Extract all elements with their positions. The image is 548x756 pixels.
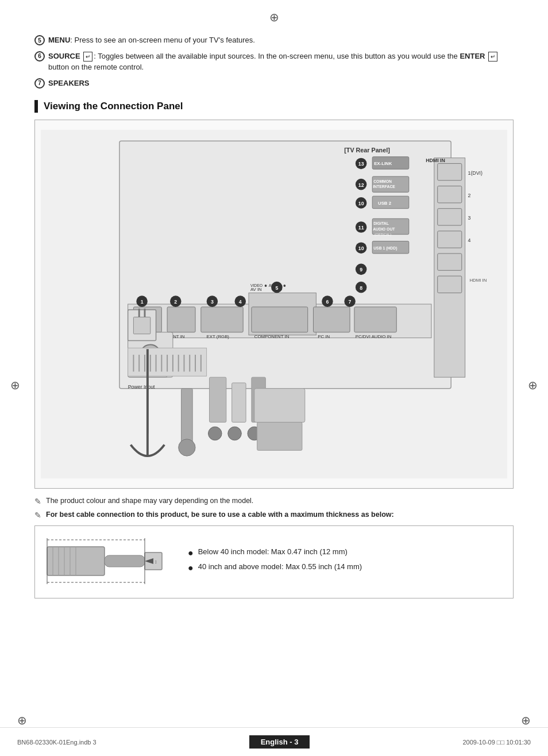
bullet-text-5: MENU: Press to see an on-screen menu of … bbox=[48, 34, 514, 46]
svg-text:USB 2: USB 2 bbox=[378, 201, 392, 206]
crosshair-bottom-right-icon: ⊕ bbox=[521, 713, 531, 727]
svg-point-95 bbox=[228, 427, 241, 440]
cable-specs-list: ● Below 40 inch model: Max 0.47 inch (12… bbox=[188, 547, 504, 576]
bullet-num-7: 7 bbox=[34, 78, 45, 89]
svg-text:Power Input: Power Input bbox=[128, 384, 155, 390]
cable-spec-item-1: ● Below 40 inch model: Max 0.47 inch (12… bbox=[188, 547, 504, 558]
svg-text:EXT (RGB): EXT (RGB) bbox=[207, 334, 230, 339]
svg-text:6: 6 bbox=[326, 299, 329, 305]
tv-diagram-svg: [TV Rear Panel] 1(DVI) 2 3 4 HDMI IN EX-… bbox=[41, 126, 507, 482]
bullet-dot-2: ● bbox=[188, 562, 194, 573]
svg-rect-107 bbox=[133, 317, 150, 334]
source-label: SOURCE bbox=[48, 52, 80, 60]
crosshair-right-icon: ⊕ bbox=[528, 378, 538, 392]
svg-rect-99 bbox=[254, 389, 305, 423]
footer-center-wrap: English - 3 bbox=[249, 735, 310, 749]
cable-spec-text-1: Below 40 inch model: Max 0.47 inch (12 m… bbox=[198, 547, 348, 556]
svg-text:2: 2 bbox=[468, 193, 471, 198]
cable-spec-item-2: ● 40 inch and above model: Max 0.55 inch… bbox=[188, 562, 504, 573]
svg-rect-45 bbox=[167, 307, 195, 332]
svg-rect-56 bbox=[354, 307, 396, 332]
svg-text:12: 12 bbox=[358, 182, 364, 188]
bullet-dot-1: ● bbox=[188, 547, 194, 558]
svg-point-94 bbox=[209, 427, 222, 440]
enter-icon-inline: ↵ bbox=[488, 52, 497, 62]
footer-left: BN68-02330K-01Eng.indb 3 bbox=[17, 739, 97, 746]
svg-text:4: 4 bbox=[239, 299, 242, 305]
note-text-2: For best cable connection to this produc… bbox=[46, 511, 394, 519]
crosshair-left-icon: ⊕ bbox=[10, 378, 20, 392]
section-bar bbox=[34, 100, 38, 113]
svg-text:1: 1 bbox=[141, 299, 144, 305]
svg-text:5: 5 bbox=[275, 285, 278, 291]
svg-text:10: 10 bbox=[358, 245, 364, 251]
svg-rect-5 bbox=[438, 186, 462, 203]
svg-rect-103 bbox=[182, 389, 193, 445]
note-text-1: The product colour and shape may vary de… bbox=[46, 497, 253, 505]
svg-text:13: 13 bbox=[358, 161, 364, 167]
source-icon-inline: ↵ bbox=[83, 52, 92, 62]
svg-text:DIGITAL: DIGITAL bbox=[373, 221, 389, 225]
page-content: 5 MENU: Press to see an on-screen menu o… bbox=[0, 0, 548, 621]
bullet-item-7: 7 SPEAKERS bbox=[34, 78, 514, 89]
footer-right: 2009-10-09 □□ 10:01:30 bbox=[462, 739, 531, 746]
menu-label: MENU bbox=[48, 36, 70, 44]
svg-text:[TV Rear Panel]: [TV Rear Panel] bbox=[344, 147, 389, 153]
cable-spec-text-2: 40 inch and above model: Max 0.55 inch (… bbox=[198, 562, 362, 571]
tv-connection-diagram: [TV Rear Panel] 1(DVI) 2 3 4 HDMI IN EX-… bbox=[34, 120, 514, 489]
cable-thickness-box: ↕ ● Below 40 inch model: Max 0.47 inch (… bbox=[34, 525, 514, 598]
bullet-text-6: SOURCE ↵: Toggles between all the availa… bbox=[48, 51, 514, 73]
svg-text:8: 8 bbox=[360, 285, 362, 291]
svg-text:AUDIO OUT: AUDIO OUT bbox=[373, 227, 395, 231]
section-title: Viewing the Connection Panel bbox=[44, 101, 183, 112]
svg-text:INTERFACE: INTERFACE bbox=[373, 185, 395, 189]
section-heading: Viewing the Connection Panel bbox=[34, 100, 514, 113]
note-item-2: ✎ For best cable connection to this prod… bbox=[34, 511, 514, 520]
svg-text:PC/DVI AUDIO IN: PC/DVI AUDIO IN bbox=[356, 334, 392, 339]
page-footer: BN68-02330K-01Eng.indb 3 English - 3 200… bbox=[0, 727, 548, 756]
svg-text:USB 1 (HDD): USB 1 (HDD) bbox=[373, 246, 397, 251]
svg-rect-54 bbox=[313, 307, 350, 332]
footer-page-text: - 3 bbox=[290, 738, 298, 746]
svg-text:↕: ↕ bbox=[155, 559, 157, 565]
bullet-num-5: 5 bbox=[34, 35, 45, 45]
note-item-1: ✎ The product colour and shape may vary … bbox=[34, 497, 514, 506]
svg-point-104 bbox=[179, 439, 195, 456]
bullet-text-7: SPEAKERS bbox=[48, 78, 514, 89]
svg-rect-4 bbox=[438, 163, 462, 180]
crosshair-bottom-left-icon: ⊕ bbox=[17, 713, 27, 727]
svg-rect-8 bbox=[438, 254, 462, 270]
footer-lang-badge: English - 3 bbox=[249, 735, 310, 749]
svg-text:HDMI IN: HDMI IN bbox=[469, 278, 487, 283]
enter-label: ENTER bbox=[460, 52, 485, 60]
note-icon-2: ✎ bbox=[34, 511, 41, 520]
svg-text:PC IN: PC IN bbox=[318, 334, 330, 339]
svg-text:10: 10 bbox=[358, 201, 364, 206]
svg-rect-9 bbox=[438, 276, 462, 293]
svg-text:(OPTICAL): (OPTICAL) bbox=[375, 233, 391, 236]
svg-text:11: 11 bbox=[358, 225, 364, 231]
svg-rect-52 bbox=[252, 307, 308, 332]
svg-text:1(DVI): 1(DVI) bbox=[468, 170, 483, 176]
svg-text:3: 3 bbox=[211, 299, 214, 305]
bullet-item-6: 6 SOURCE ↵: Toggles between all the avai… bbox=[34, 51, 514, 73]
svg-text:COMPONENT IN: COMPONENT IN bbox=[254, 334, 290, 339]
note-icon-1: ✎ bbox=[34, 497, 41, 506]
svg-rect-116 bbox=[105, 555, 145, 567]
footer-lang-text: English bbox=[261, 738, 288, 746]
cable-svg: ↕ bbox=[44, 535, 165, 587]
speakers-label: SPEAKERS bbox=[48, 79, 90, 87]
note-text-2-bold: For best cable connection to this produc… bbox=[46, 511, 394, 519]
svg-text:EX-LINK: EX-LINK bbox=[374, 161, 392, 166]
svg-text:7: 7 bbox=[349, 299, 352, 305]
cable-image-area: ↕ bbox=[44, 535, 171, 589]
svg-text:COMMON: COMMON bbox=[373, 179, 392, 183]
svg-rect-91 bbox=[209, 377, 226, 422]
svg-text:AV IN: AV IN bbox=[250, 287, 262, 292]
svg-rect-92 bbox=[232, 383, 246, 422]
svg-text:3: 3 bbox=[468, 215, 471, 221]
svg-rect-6 bbox=[438, 209, 462, 225]
bullet-item-5: 5 MENU: Press to see an on-screen menu o… bbox=[34, 34, 514, 46]
svg-text:2: 2 bbox=[174, 299, 177, 305]
svg-text:HDMI IN: HDMI IN bbox=[426, 158, 445, 163]
